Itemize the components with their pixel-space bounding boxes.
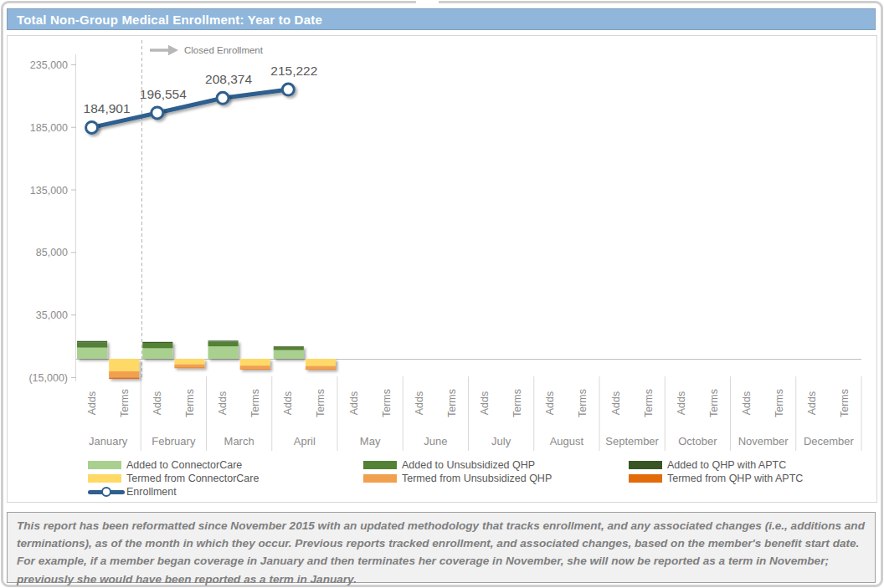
bar-added-to-connectorcare-january	[77, 348, 107, 359]
legend-swatch-icon	[363, 461, 397, 469]
bar-termed-from-connectorcare-january	[109, 359, 139, 371]
column-label-terms-july: Terms	[511, 389, 523, 417]
bar-termed-from-unsubsidized-qhp-january	[109, 371, 139, 377]
page-title: Total Non-Group Medical Enrollment: Year…	[8, 13, 322, 27]
column-label-adds-november: Adds	[741, 391, 753, 416]
column-label-adds-october: Adds	[676, 391, 687, 416]
month-label-september: September	[605, 435, 659, 447]
legend-item-termed-from-connectorcare: Termed from ConnectorCare	[88, 472, 363, 485]
column-label-terms-february: Terms	[184, 389, 196, 417]
enrollment-point-february	[152, 107, 163, 119]
column-label-adds-april: Adds	[282, 391, 294, 416]
bars-group	[77, 340, 336, 379]
bar-termed-from-connectorcare-february	[174, 359, 204, 365]
enrollment-point-january	[86, 121, 98, 133]
month-label-november: November	[738, 435, 789, 447]
bar-added-to-unsubsidized-qhp-january	[77, 343, 107, 348]
column-label-adds-june: Adds	[414, 391, 425, 416]
bar-added-to-qhp-with-aptc-january	[77, 341, 107, 343]
enrollment-chart: 235,000185,000135,00085,00035,000(15,000…	[7, 35, 877, 503]
enrollment-point-april	[282, 84, 294, 95]
column-label-adds-december: Adds	[806, 391, 818, 416]
legend-item-added-to-unsubsidized-qhp: Added to Unsubsidized QHP	[363, 458, 629, 472]
legend-label: Added to ConnectorCare	[126, 459, 242, 471]
legend-label: Enrollment	[126, 486, 177, 498]
month-label-october: October	[678, 435, 717, 447]
column-label-adds-january: Adds	[86, 391, 98, 416]
legend-label: Termed from QHP with APTC	[667, 473, 803, 484]
column-label-terms-january: Terms	[119, 389, 131, 417]
bar-termed-from-unsubsidized-qhp-march	[240, 366, 270, 369]
closed-enrollment-label: Closed Enrollment	[184, 45, 264, 55]
bar-added-to-qhp-with-aptc-april	[274, 346, 304, 347]
enrollment-value-label: 196,554	[140, 87, 187, 101]
month-label-june: June	[424, 435, 447, 447]
month-label-march: March	[224, 435, 254, 447]
legend-label: Added to Unsubsidized QHP	[402, 459, 535, 471]
legend-swatch-icon	[629, 474, 662, 483]
page-border-notch	[416, 0, 439, 5]
enrollment-value-label: 208,374	[205, 72, 252, 86]
legend-label: Termed from Unsubsidized QHP	[402, 473, 552, 484]
enrollment-point-march	[217, 92, 229, 104]
bar-termed-from-connectorcare-april	[306, 359, 336, 366]
legend-line-marker-icon	[88, 488, 125, 496]
legend-label: Termed from ConnectorCare	[126, 473, 259, 484]
month-label-august: August	[550, 435, 584, 447]
legend-item-enrollment: Enrollment	[88, 485, 363, 499]
column-label-terms-may: Terms	[381, 389, 393, 417]
y-axis-label: 35,000	[36, 309, 68, 321]
legend-label: Added to QHP with APTC	[667, 459, 786, 471]
month-label-april: April	[294, 435, 316, 447]
enrollment-value-label: 184,901	[84, 101, 131, 115]
chart-title-bar: Total Non-Group Medical Enrollment: Year…	[7, 8, 876, 30]
footnote-text: This report has been reformatted since N…	[17, 517, 866, 588]
legend-swatch-icon	[88, 461, 121, 469]
chart-legend: Added to ConnectorCareAdded to Unsubsidi…	[88, 458, 870, 499]
y-axis-label: 85,000	[36, 247, 68, 258]
enrollment-chart-plot: 235,000185,000135,00085,00035,000(15,000…	[8, 36, 878, 504]
bar-termed-from-qhp-with-aptc-april	[306, 370, 336, 371]
column-label-adds-august: Adds	[544, 391, 556, 416]
month-label-july: July	[491, 435, 511, 447]
bar-added-to-unsubsidized-qhp-march	[208, 341, 239, 346]
bar-added-to-qhp-with-aptc-march	[208, 340, 239, 341]
column-label-adds-february: Adds	[152, 391, 163, 416]
bar-added-to-connectorcare-march	[208, 346, 239, 359]
column-label-terms-october: Terms	[708, 389, 720, 417]
y-axis-label: 235,000	[30, 59, 68, 71]
column-label-terms-september: Terms	[643, 389, 655, 417]
report-page: Total Non-Group Medical Enrollment: Year…	[0, 0, 884, 588]
y-axis-label: (15,000)	[28, 372, 68, 384]
bar-termed-from-qhp-with-aptc-february	[174, 367, 204, 368]
month-label-may: May	[360, 435, 381, 447]
bar-termed-from-qhp-with-aptc-january	[109, 377, 139, 378]
bar-added-to-unsubsidized-qhp-april	[274, 347, 304, 350]
legend-swatch-icon	[629, 461, 662, 469]
column-label-terms-april: Terms	[315, 389, 326, 417]
bar-added-to-unsubsidized-qhp-february	[142, 343, 172, 348]
column-label-adds-september: Adds	[610, 391, 622, 416]
column-label-terms-december: Terms	[839, 389, 851, 417]
column-label-terms-june: Terms	[446, 389, 458, 417]
column-label-adds-may: Adds	[348, 391, 360, 416]
bar-termed-from-connectorcare-march	[240, 359, 270, 366]
column-label-terms-august: Terms	[577, 389, 588, 417]
y-axis-label: 185,000	[30, 122, 68, 134]
bar-added-to-connectorcare-april	[274, 350, 304, 359]
column-label-terms-november: Terms	[774, 389, 785, 417]
legend-item-termed-from-unsubsidized-qhp: Termed from Unsubsidized QHP	[363, 472, 629, 485]
legend-swatch-icon	[88, 474, 121, 483]
legend-swatch-icon	[363, 474, 397, 483]
month-label-december: December	[804, 435, 855, 447]
legend-item-added-to-connectorcare: Added to ConnectorCare	[88, 458, 363, 472]
closed-enrollment-arrowhead	[168, 45, 178, 55]
legend-item-termed-from-qhp-with-aptc: Termed from QHP with APTC	[629, 472, 870, 485]
footnote-box: This report has been reformatted since N…	[7, 512, 876, 583]
bar-added-to-connectorcare-february	[142, 348, 172, 359]
column-label-adds-july: Adds	[479, 391, 491, 416]
month-label-february: February	[152, 435, 196, 447]
bar-added-to-qhp-with-aptc-february	[142, 342, 172, 343]
bar-termed-from-unsubsidized-qhp-april	[306, 366, 336, 370]
legend-item-added-to-qhp-with-aptc: Added to QHP with APTC	[629, 458, 870, 472]
